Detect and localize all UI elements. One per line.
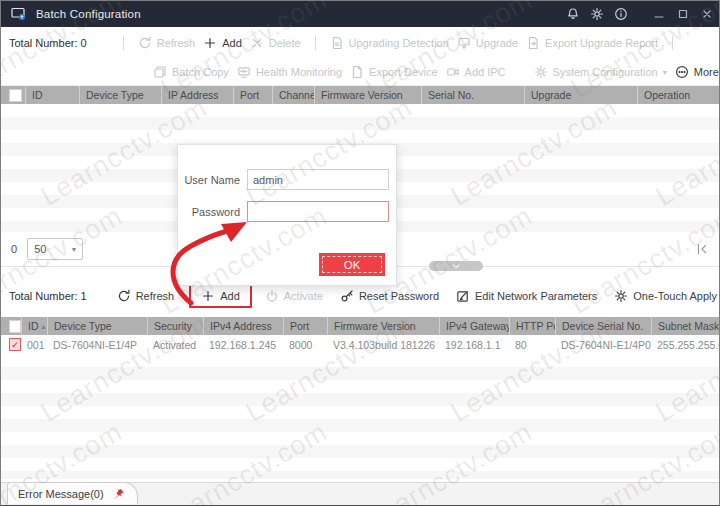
one-touch-apply-button[interactable]: One-Touch Apply (610, 287, 719, 305)
minimize-button[interactable] (647, 1, 671, 27)
chevron-down-icon: ▾ (72, 245, 76, 254)
upper-toolbar-row2: Batch Copy Health Monitoring Export Devi… (1, 59, 719, 86)
column-header-ip-address: IP Address (161, 86, 233, 104)
ok-button[interactable]: OK (319, 253, 385, 276)
password-field[interactable] (247, 201, 389, 222)
upgrading-detection-button[interactable]: Upgrading Detection (326, 34, 453, 52)
delete-button[interactable]: Delete (246, 34, 305, 52)
reset-password-button[interactable]: Reset Password (336, 287, 443, 305)
column-header-id: ID (25, 86, 79, 104)
column-header-ipv4-gateway: IPv4 Gateway (439, 317, 509, 335)
column-header-subnet-mask: Subnet Mask (651, 317, 719, 335)
cell-security: Activated (147, 335, 203, 354)
info-icon[interactable] (609, 1, 633, 27)
column-header-firmware-version: Firmware Version (327, 317, 439, 335)
lower-table-header: ID▴ Device Type Security IPv4 Address Po… (1, 317, 719, 335)
system-configuration-button[interactable]: System Configuration ▾ (530, 63, 671, 81)
column-header-device-type: Device Type (79, 86, 161, 104)
row-checkbox-checked[interactable]: ✓ (9, 338, 21, 351)
column-header-channel: Channel (272, 86, 314, 104)
column-header-serial-no: Serial No. (421, 86, 524, 104)
maximize-button[interactable] (671, 1, 695, 27)
first-page-icon[interactable] (695, 242, 709, 256)
pin-icon[interactable] (113, 488, 125, 500)
column-header-upgrade: Upgrade (524, 86, 637, 104)
divider (123, 36, 124, 50)
cell-subnet-mask: 255.255.255.0 (651, 335, 719, 354)
column-header-firmware-version: Firmware Version (314, 86, 421, 104)
upper-toolbar-row1: Total Number: 0 Refresh Add Delete Upgra… (1, 27, 719, 59)
column-header-device-serial-no: Device Serial No. (555, 317, 651, 335)
splitter-collapse-handle[interactable] (429, 261, 483, 271)
divider (672, 36, 673, 50)
column-header-port: Port (233, 86, 272, 104)
chevron-down-icon: ▾ (663, 68, 667, 77)
add-ipc-button[interactable]: Add IPC (442, 63, 510, 81)
cell-ipv4-address: 192.168.1.245 (203, 335, 283, 354)
select-all-checkbox-upper[interactable] (9, 89, 22, 102)
status-bar: Error Message(0) (1, 482, 719, 505)
column-header-ipv4-address: IPv4 Address (203, 317, 283, 335)
cell-firmware: V3.4.103build 181226 (327, 335, 439, 354)
column-header-operation: Operation (637, 86, 719, 104)
health-monitoring-button[interactable]: Health Monitoring (233, 63, 346, 81)
error-message-tab[interactable]: Error Message(0) (7, 482, 138, 504)
username-label: User Name (178, 174, 240, 186)
cell-id: 001 (21, 335, 47, 354)
close-button[interactable] (695, 1, 719, 27)
column-header-id: ID▴ (21, 317, 47, 335)
add-button-upper[interactable]: Add (199, 34, 246, 52)
column-header-security: Security (147, 317, 203, 335)
app-icon (11, 7, 26, 21)
device-table-row[interactable]: ✓ 001 DS-7604NI-E1/4P Activated 192.168.… (1, 335, 719, 354)
settings-gear-icon[interactable] (585, 1, 609, 27)
activate-button[interactable]: Activate (261, 287, 327, 305)
lower-table-body-empty (1, 354, 719, 479)
column-header-port: Port (283, 317, 327, 335)
window-title: Batch Configuration (36, 8, 141, 20)
cell-port: 8000 (283, 335, 327, 354)
batch-configuration-window: Batch Configuration Total Numbe (0, 0, 720, 506)
password-label: Password (178, 206, 240, 218)
cell-device-type: DS-7604NI-E1/4P (47, 335, 147, 354)
edit-network-parameters-button[interactable]: Edit Network Parameters (452, 287, 601, 305)
select-all-checkbox-lower[interactable] (9, 320, 21, 333)
batch-copy-button[interactable]: Batch Copy (149, 63, 233, 81)
export-upgrade-report-button[interactable]: Export Upgrade Report (522, 34, 662, 52)
divider (315, 36, 316, 50)
sort-ascending-icon[interactable]: ▴ (42, 322, 46, 331)
page-size-select[interactable]: 50 ▾ (27, 238, 83, 260)
notification-bell-icon[interactable] (561, 1, 585, 27)
refresh-button-upper[interactable]: Refresh (134, 34, 200, 52)
export-device-button[interactable]: Export Device (346, 63, 441, 81)
upper-table-header: ID Device Type IP Address Port Channel F… (1, 86, 719, 104)
cell-http-port: 80 (509, 335, 555, 354)
username-field[interactable] (247, 169, 389, 190)
add-button-lower-highlighted[interactable]: Add (189, 284, 252, 308)
login-dialog: User Name Password OK (177, 144, 397, 286)
lower-total-number: Total Number: 1 (9, 290, 87, 302)
cell-serial: DS-7604NI-E1/4P042019... (555, 335, 651, 354)
column-header-device-type: Device Type (47, 317, 147, 335)
upper-total-number: Total Number: 0 (9, 37, 87, 49)
column-header-http-port: HTTP Port (509, 317, 555, 335)
record-count: 0 (11, 243, 17, 255)
cell-ipv4-gateway: 192.168.1.1 (439, 335, 509, 354)
title-bar: Batch Configuration (1, 1, 719, 27)
refresh-button-lower[interactable]: Refresh (113, 287, 179, 305)
more-button[interactable]: More (671, 63, 720, 81)
upgrade-button[interactable]: Upgrade (453, 34, 522, 52)
